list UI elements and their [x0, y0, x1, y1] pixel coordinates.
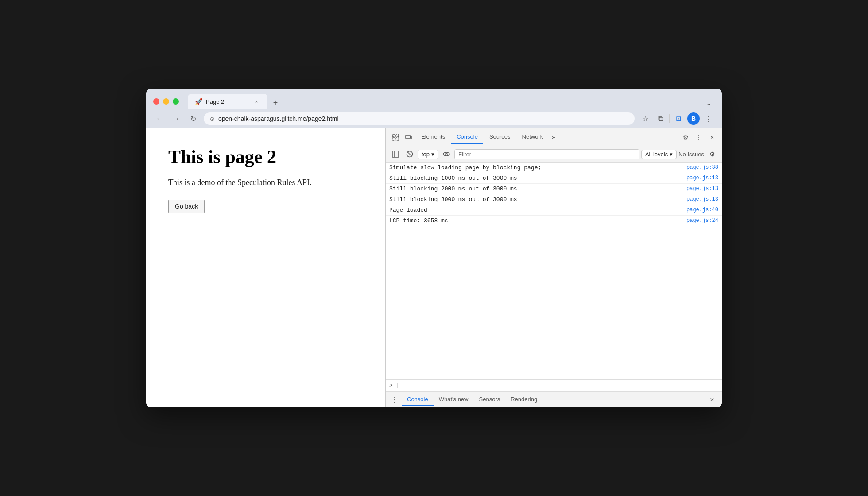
address-icons: ☆ ⧉ ⊡ B ⋮ [639, 112, 715, 125]
console-toolbar: top ▾ All levels ▾ No Issues ⚙ [386, 146, 722, 163]
console-sidebar-button[interactable] [389, 148, 402, 160]
page-content: This is page 2 This is a demo of the Spe… [146, 128, 385, 407]
minimize-button[interactable] [163, 98, 169, 105]
console-filter-input[interactable] [454, 149, 639, 159]
tab-favicon: 🚀 [195, 98, 202, 105]
devtools-tabs: Elements Console Sources Network » ⚙ ⋮ × [386, 128, 722, 146]
log-message: Still blocking 2000 ms out of 3000 ms [389, 186, 683, 192]
drawer-close-button[interactable]: × [706, 394, 718, 406]
cast-button[interactable]: ⊡ [672, 112, 685, 125]
device-toggle-icon[interactable] [403, 131, 415, 143]
page-heading: This is page 2 [168, 146, 363, 167]
main-area: This is page 2 This is a demo of the Spe… [146, 128, 722, 407]
tab-close-button[interactable]: × [252, 97, 260, 105]
console-cursor[interactable]: | [395, 382, 399, 389]
console-settings-button[interactable]: ⚙ [706, 148, 718, 160]
log-message: LCP time: 3658 ms [389, 217, 683, 224]
svg-point-11 [446, 153, 447, 155]
log-source-link[interactable]: page.js:40 [686, 207, 718, 213]
context-label: top [422, 151, 430, 158]
extension-button[interactable]: ⧉ [654, 112, 666, 125]
menu-button[interactable]: ⋮ [702, 112, 715, 125]
console-levels-selector[interactable]: All levels ▾ [641, 150, 677, 159]
svg-rect-2 [392, 138, 395, 140]
console-eye-button[interactable] [440, 148, 453, 160]
log-row: Simulate slow loading page by blocking p… [386, 163, 722, 173]
levels-label: All levels [645, 151, 668, 158]
log-row: LCP time: 3658 ms page.js:24 [386, 216, 722, 226]
browser-tab[interactable]: 🚀 Page 2 × [188, 94, 267, 109]
drawer-menu-icon[interactable]: ⋮ [389, 394, 400, 406]
tab-dropdown-button[interactable]: ⌄ [702, 97, 715, 109]
log-source-link[interactable]: page.js:13 [686, 196, 718, 202]
tab-sources[interactable]: Sources [484, 130, 516, 144]
browser-window: 🚀 Page 2 × + ⌄ ← → ↻ ⊙ open-chalk-aspara… [146, 89, 722, 407]
log-message: Still blocking 3000 ms out of 3000 ms [389, 196, 683, 203]
console-input-row: > | [386, 379, 722, 391]
log-row: Page loaded page.js:40 [386, 205, 722, 216]
drawer-tab-whats-new[interactable]: What's new [434, 393, 474, 406]
console-clear-button[interactable] [403, 148, 416, 160]
forward-button[interactable]: → [170, 112, 182, 125]
log-source-link[interactable]: page.js:38 [686, 164, 718, 170]
log-message: Still blocking 1000 ms out of 3000 ms [389, 175, 683, 182]
svg-rect-4 [406, 135, 410, 139]
new-tab-button[interactable]: + [269, 97, 282, 109]
svg-line-9 [407, 152, 412, 156]
devtools-more-options-icon[interactable]: ⋮ [693, 131, 705, 143]
devtools-close-icon[interactable]: × [706, 131, 718, 143]
close-button[interactable] [153, 98, 159, 105]
drawer-tab-console[interactable]: Console [402, 393, 434, 406]
log-row: Still blocking 3000 ms out of 3000 ms pa… [386, 194, 722, 205]
svg-rect-5 [411, 136, 412, 138]
inspect-element-icon[interactable] [389, 131, 402, 143]
drawer-tab-rendering[interactable]: Rendering [505, 393, 542, 406]
url-bar[interactable]: ⊙ open-chalk-asparagus.glitch.me/page2.h… [204, 112, 635, 125]
tab-network[interactable]: Network [517, 130, 549, 144]
log-source-link[interactable]: page.js:13 [686, 186, 718, 192]
tab-title: Page 2 [206, 98, 249, 105]
log-source-link[interactable]: page.js:24 [686, 217, 718, 224]
address-bar: ← → ↻ ⊙ open-chalk-asparagus.glitch.me/p… [146, 109, 722, 128]
page-description: This is a demo of the Speculation Rules … [168, 178, 363, 187]
log-row: Still blocking 1000 ms out of 3000 ms pa… [386, 173, 722, 184]
log-row: Still blocking 2000 ms out of 3000 ms pa… [386, 184, 722, 194]
svg-rect-1 [396, 134, 399, 137]
no-issues-label: No Issues [678, 151, 704, 158]
log-message: Simulate slow loading page by blocking p… [389, 164, 683, 171]
url-text: open-chalk-asparagus.glitch.me/page2.htm… [218, 115, 628, 122]
back-button[interactable]: ← [153, 112, 166, 125]
traffic-lights [153, 98, 179, 105]
more-tabs-button[interactable]: » [549, 132, 558, 142]
svg-rect-3 [396, 138, 399, 140]
console-prompt-symbol: > [389, 382, 393, 389]
svg-rect-0 [392, 134, 395, 137]
log-message: Page loaded [389, 207, 683, 213]
devtools-panel: Elements Console Sources Network » ⚙ ⋮ × [385, 128, 722, 407]
drawer-tabs: ⋮ Console What's new Sensors Rendering × [386, 391, 722, 407]
console-context-selector[interactable]: top ▾ [418, 150, 438, 159]
maximize-button[interactable] [173, 98, 179, 105]
go-back-button[interactable]: Go back [168, 200, 205, 213]
url-security-icon: ⊙ [210, 116, 215, 122]
profile-button[interactable]: B [687, 112, 700, 125]
reload-button[interactable]: ↻ [187, 112, 199, 125]
log-source-link[interactable]: page.js:13 [686, 175, 718, 181]
tab-bar: 🚀 Page 2 × + ⌄ [188, 94, 715, 109]
title-bar: 🚀 Page 2 × + ⌄ [146, 89, 722, 109]
svg-point-10 [443, 152, 450, 156]
tab-console[interactable]: Console [451, 130, 483, 144]
svg-rect-6 [392, 151, 399, 157]
context-arrow-icon: ▾ [431, 151, 434, 158]
drawer-tab-sensors[interactable]: Sensors [474, 393, 506, 406]
bookmark-button[interactable]: ☆ [639, 112, 651, 125]
tab-elements[interactable]: Elements [416, 130, 450, 144]
console-log-area: Simulate slow loading page by blocking p… [386, 163, 722, 379]
levels-arrow-icon: ▾ [670, 151, 673, 158]
devtools-settings-icon[interactable]: ⚙ [679, 131, 692, 143]
